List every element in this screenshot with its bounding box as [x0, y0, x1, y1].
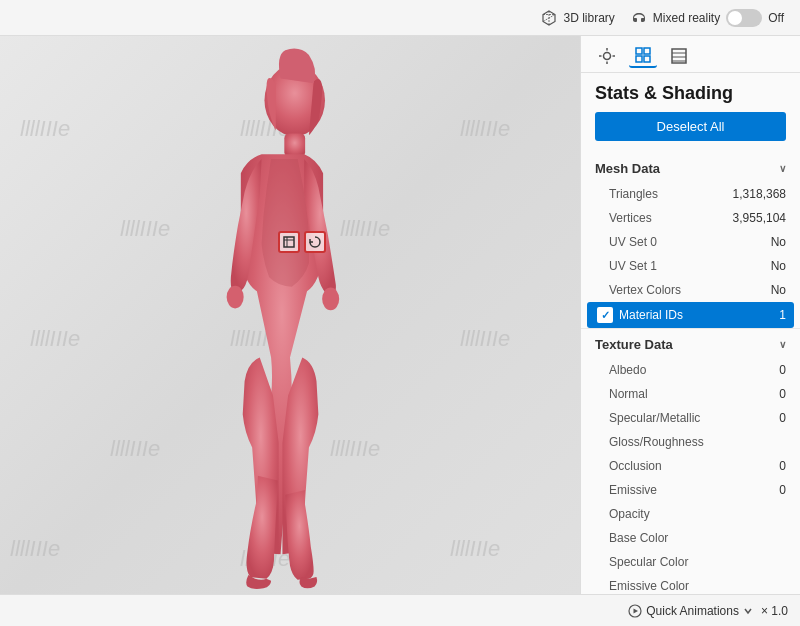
svg-point-3 — [227, 286, 244, 309]
row-material-ids[interactable]: ✓ Material IDs 1 — [587, 302, 794, 328]
selected-checkbox: ✓ — [597, 307, 613, 323]
uv-set-1-label: UV Set 1 — [609, 259, 657, 273]
row-albedo: Albedo 0 — [581, 358, 800, 382]
play-icon — [628, 604, 642, 618]
model-icons — [278, 231, 326, 253]
row-base-color: Base Color — [581, 526, 800, 550]
deselect-all-button[interactable]: Deselect All — [595, 112, 786, 141]
zoom-level: × 1.0 — [761, 604, 788, 618]
vertices-label: Vertices — [609, 211, 652, 225]
texture-data-section-header[interactable]: Texture Data ∨ — [581, 328, 800, 358]
emissive-color-label: Emissive Color — [609, 579, 689, 593]
quick-animations-item[interactable]: Quick Animations — [628, 604, 753, 618]
uv-set-1-value: No — [771, 259, 786, 273]
check-icon: ✓ — [601, 309, 610, 322]
normal-value: 0 — [779, 387, 786, 401]
3d-model — [0, 36, 580, 594]
svg-point-2 — [322, 288, 339, 311]
panel-title: Stats & Shading — [581, 73, 800, 112]
base-color-label: Base Color — [609, 531, 668, 545]
mesh-data-label: Mesh Data — [595, 161, 660, 176]
panel-tabs — [581, 36, 800, 73]
svg-point-7 — [604, 53, 611, 60]
library-label: 3D library — [563, 11, 614, 25]
row-occlusion: Occlusion 0 — [581, 454, 800, 478]
occlusion-value: 0 — [779, 459, 786, 473]
sun-tab-icon — [598, 47, 616, 65]
animations-chevron-icon — [743, 606, 753, 616]
mixed-reality-toggle[interactable] — [726, 9, 762, 27]
bottom-bar: Quick Animations × 1.0 — [0, 594, 800, 626]
vertex-colors-value: No — [771, 283, 786, 297]
row-normal: Normal 0 — [581, 382, 800, 406]
row-gloss-roughness: Gloss/Roughness — [581, 430, 800, 454]
texture-data-chevron: ∨ — [779, 339, 786, 350]
specular-color-label: Specular Color — [609, 555, 688, 569]
row-uv-set-1: UV Set 1 No — [581, 254, 800, 278]
texture-data-label: Texture Data — [595, 337, 673, 352]
vertex-colors-label: Vertex Colors — [609, 283, 681, 297]
viewport[interactable]: llllIIIe llllIIIe llllIIIe llllIIIe llll… — [0, 36, 580, 594]
emissive-value: 0 — [779, 483, 786, 497]
albedo-label: Albedo — [609, 363, 646, 377]
top-bar: 3D library Mixed reality Off — [0, 0, 800, 36]
mixed-reality-item: Mixed reality Off — [631, 9, 784, 27]
normal-label: Normal — [609, 387, 648, 401]
right-panel: Stats & Shading Deselect All Mesh Data ∨… — [580, 36, 800, 594]
gloss-roughness-label: Gloss/Roughness — [609, 435, 704, 449]
tab-texture[interactable] — [665, 44, 693, 68]
row-emissive: Emissive 0 — [581, 478, 800, 502]
material-ids-value: 1 — [779, 308, 786, 322]
row-opacity: Opacity — [581, 502, 800, 526]
tab-sun[interactable] — [593, 44, 621, 68]
row-triangles: Triangles 1,318,368 — [581, 182, 800, 206]
row-emissive-color: Emissive Color — [581, 574, 800, 594]
row-vertex-colors: Vertex Colors No — [581, 278, 800, 302]
opacity-label: Opacity — [609, 507, 650, 521]
svg-rect-1 — [284, 133, 305, 157]
mesh-data-section-header[interactable]: Mesh Data ∨ — [581, 153, 800, 182]
uv-set-0-value: No — [771, 235, 786, 249]
vertices-value: 3,955,104 — [733, 211, 786, 225]
texture-tab-icon — [670, 47, 688, 65]
specular-metallic-value: 0 — [779, 411, 786, 425]
svg-rect-15 — [644, 56, 650, 62]
model-icon-1[interactable] — [278, 231, 300, 253]
library-item[interactable]: 3D library — [541, 10, 614, 26]
mesh-data-chevron: ∨ — [779, 163, 786, 174]
model-icon-2[interactable] — [304, 231, 326, 253]
svg-marker-21 — [634, 608, 639, 613]
material-ids-label: Material IDs — [619, 308, 683, 322]
rotate-icon — [308, 235, 322, 249]
row-uv-set-0: UV Set 0 No — [581, 230, 800, 254]
albedo-value: 0 — [779, 363, 786, 377]
occlusion-label: Occlusion — [609, 459, 662, 473]
row-specular-metallic: Specular/Metallic 0 — [581, 406, 800, 430]
svg-rect-4 — [284, 237, 294, 247]
triangles-label: Triangles — [609, 187, 658, 201]
triangles-value: 1,318,368 — [733, 187, 786, 201]
tab-stats[interactable] — [629, 44, 657, 68]
svg-rect-13 — [644, 48, 650, 54]
stats-tab-icon — [634, 46, 652, 64]
material-ids-inner: ✓ Material IDs — [597, 307, 779, 323]
box-icon — [282, 235, 296, 249]
emissive-label: Emissive — [609, 483, 657, 497]
svg-rect-12 — [636, 48, 642, 54]
uv-set-0-label: UV Set 0 — [609, 235, 657, 249]
specular-metallic-label: Specular/Metallic — [609, 411, 700, 425]
animations-label: Quick Animations — [646, 604, 739, 618]
row-vertices: Vertices 3,955,104 — [581, 206, 800, 230]
main-content: llllIIIe llllIIIe llllIIIe llllIIIe llll… — [0, 36, 800, 594]
toggle-off-label: Off — [768, 11, 784, 25]
svg-rect-14 — [636, 56, 642, 62]
cube-icon — [541, 10, 557, 26]
headset-icon — [631, 10, 647, 26]
row-specular-color: Specular Color — [581, 550, 800, 574]
panel-content: Mesh Data ∨ Triangles 1,318,368 Vertices… — [581, 153, 800, 594]
mixed-reality-label: Mixed reality — [653, 11, 720, 25]
